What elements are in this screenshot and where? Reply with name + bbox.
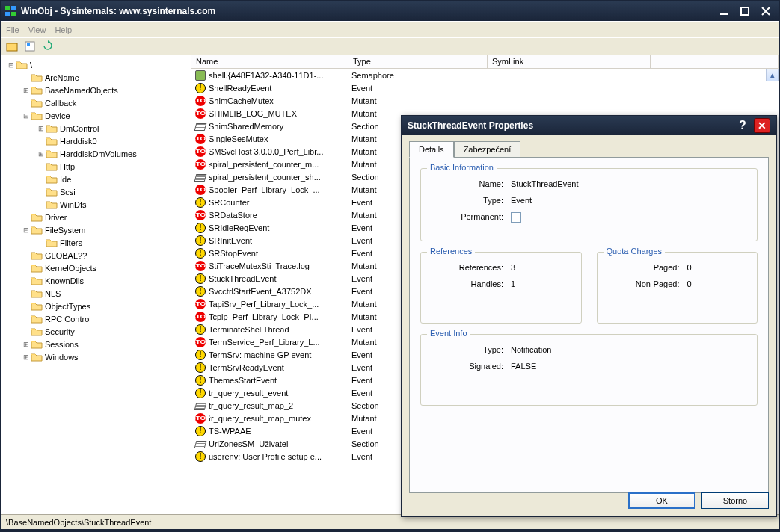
mutant-icon xyxy=(194,184,206,196)
mutant-icon xyxy=(194,209,206,221)
tree-item[interactable]: Ide xyxy=(1,173,191,185)
menu-file[interactable]: File xyxy=(6,25,19,34)
tree-item[interactable]: WinDfs xyxy=(1,198,191,211)
collapse-icon[interactable]: ⊟ xyxy=(21,226,31,234)
tree-item[interactable]: ⊟Device xyxy=(1,109,191,122)
label-nonpaged: Non-Paged: xyxy=(608,279,680,288)
tree-item[interactable]: KnownDlls xyxy=(1,274,191,287)
expand-icon[interactable]: ⊞ xyxy=(36,125,46,132)
titlebar[interactable]: WinObj - Sysinternals: www.sysinternals.… xyxy=(1,1,779,21)
tree-item[interactable]: ObjectTypes xyxy=(1,300,191,312)
tree-item[interactable]: KernelObjects xyxy=(1,262,191,274)
tab-security[interactable]: Zabezpečení xyxy=(454,141,521,157)
tree-view[interactable]: ⊟\ArcName⊞BaseNamedObjectsCallback⊟Devic… xyxy=(1,55,191,514)
folder-icon xyxy=(31,288,43,298)
expand-icon[interactable]: ⊞ xyxy=(36,150,46,158)
scroll-up-icon[interactable]: ▴ xyxy=(766,69,779,81)
tab-details[interactable]: Details xyxy=(409,141,454,158)
expand-icon[interactable]: ⊞ xyxy=(21,353,31,361)
event-icon xyxy=(194,425,206,437)
tree-item[interactable]: ⊞DmControl xyxy=(1,122,191,134)
col-type[interactable]: Type xyxy=(348,55,488,68)
object-name: ShimSharedMemory xyxy=(209,122,283,131)
event-icon xyxy=(194,197,206,208)
tree-item[interactable]: Scsi xyxy=(1,185,191,198)
tree-item[interactable]: ⊞Sessions xyxy=(1,338,191,350)
folder-icon xyxy=(31,72,43,82)
tree-label: HarddiskDmVolumes xyxy=(60,149,137,158)
tree-label: RPC Control xyxy=(45,315,91,324)
value-signaled: FALSE xyxy=(511,362,536,371)
menu-help[interactable]: Help xyxy=(55,25,72,34)
list-header: Name Type SymLink xyxy=(191,55,779,69)
tree-item[interactable]: ArcName xyxy=(1,71,191,84)
status-path: \BaseNamedObjects\StuckThreadEvent xyxy=(6,518,151,527)
object-name: SRInitEvent xyxy=(209,236,252,245)
maximize-button[interactable] xyxy=(735,4,755,19)
tree-label: Harddisk0 xyxy=(60,137,97,146)
toolbar-btn-1[interactable] xyxy=(4,39,19,54)
col-symlink[interactable]: SymLink xyxy=(488,55,651,68)
tree-item[interactable]: RPC Control xyxy=(1,312,191,325)
folder-icon xyxy=(31,250,43,260)
tree-item[interactable]: Security xyxy=(1,325,191,338)
event-icon xyxy=(194,222,206,234)
tree-item[interactable]: Harddisk0 xyxy=(1,134,191,147)
tree-item[interactable]: ⊟FileSystem xyxy=(1,223,191,236)
tree-item[interactable]: GLOBAL?? xyxy=(1,249,191,262)
section-icon xyxy=(194,120,206,132)
expand-icon[interactable]: ⊞ xyxy=(21,87,31,94)
svg-rect-2 xyxy=(5,12,10,16)
tree-item[interactable]: Filters xyxy=(1,236,191,249)
folder-icon xyxy=(46,136,58,146)
event-icon xyxy=(194,362,206,374)
folder-icon xyxy=(31,98,43,108)
tree-item[interactable]: ⊞BaseNamedObjects xyxy=(1,84,191,96)
toolbar-btn-2[interactable] xyxy=(22,39,37,54)
close-button[interactable] xyxy=(756,4,776,19)
object-name: SingleSesMutex xyxy=(209,134,268,143)
list-item[interactable]: ShimCacheMutexMutant xyxy=(191,94,779,107)
checkbox-permanent[interactable] xyxy=(511,212,521,223)
toolbar-btn-3[interactable] xyxy=(40,39,55,54)
label-references: References: xyxy=(432,263,503,272)
tree-item[interactable]: Driver xyxy=(1,211,191,223)
folder-icon xyxy=(31,263,43,273)
value-type: Event xyxy=(511,196,532,205)
toolbar xyxy=(1,37,779,55)
tree-item[interactable]: ⊞HarddiskDmVolumes xyxy=(1,147,191,160)
col-name[interactable]: Name xyxy=(191,55,348,68)
dialog-titlebar[interactable]: StuckThreadEvent Properties ? ✕ xyxy=(402,116,776,135)
ok-button[interactable]: OK xyxy=(628,492,695,509)
tab-strip: Details Zabezpečení xyxy=(409,141,769,157)
help-button[interactable]: ? xyxy=(734,118,751,133)
mutant-icon xyxy=(194,95,206,107)
object-name: SRDataStore xyxy=(209,211,257,220)
tree-item[interactable]: Http xyxy=(1,160,191,173)
legend-event: Event Info xyxy=(427,329,470,338)
tree-label: FileSystem xyxy=(45,226,85,235)
dialog-close-button[interactable]: ✕ xyxy=(754,118,770,133)
list-item[interactable]: shell.{A48F1A32-A340-11D1-...Semaphore xyxy=(191,69,779,81)
tree-item[interactable]: ⊟\ xyxy=(1,58,191,71)
tree-item[interactable]: Callback xyxy=(1,96,191,109)
col-extra[interactable] xyxy=(651,55,779,68)
list-item[interactable]: ShellReadyEventEvent xyxy=(191,81,779,94)
event-icon xyxy=(194,82,206,94)
collapse-icon[interactable]: ⊟ xyxy=(21,112,31,120)
tree-item[interactable]: ⊞Windows xyxy=(1,350,191,363)
object-name: Spooler_Perf_Library_Lock_... xyxy=(209,185,320,194)
event-icon xyxy=(194,374,206,386)
tree-item[interactable]: NLS xyxy=(1,287,191,300)
menu-view[interactable]: View xyxy=(28,25,46,34)
dialog-title: StuckThreadEvent Properties xyxy=(408,120,533,131)
minimize-button[interactable] xyxy=(714,4,734,19)
object-name: SRStopEvent xyxy=(209,249,258,258)
event-icon xyxy=(194,285,206,297)
cancel-button[interactable]: Storno xyxy=(701,492,769,509)
svg-rect-3 xyxy=(11,12,16,16)
expand-icon[interactable]: ⊞ xyxy=(21,341,31,348)
collapse-icon[interactable]: ⊟ xyxy=(6,61,16,69)
object-name: TermSrvReadyEvent xyxy=(209,363,284,372)
folder-icon xyxy=(31,339,43,349)
